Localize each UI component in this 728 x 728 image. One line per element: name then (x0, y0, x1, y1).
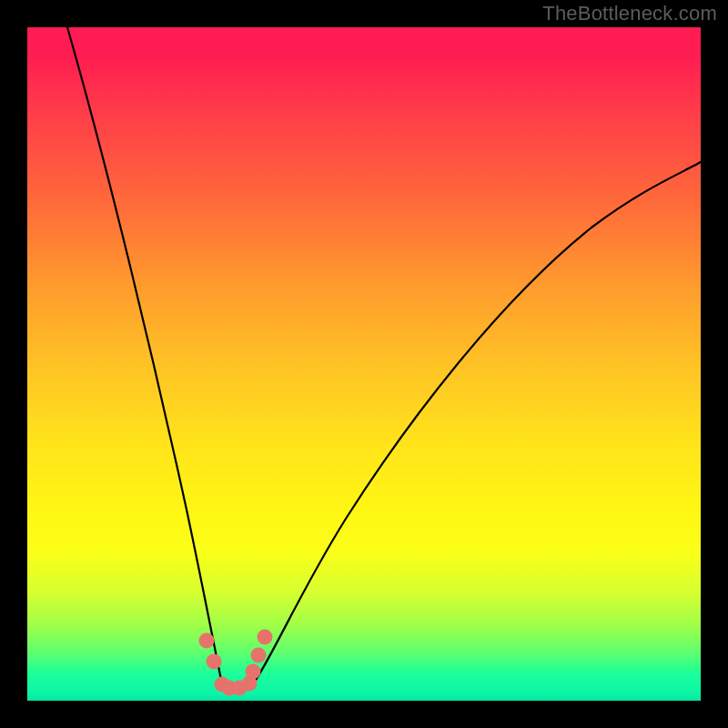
curve-marker (246, 664, 261, 680)
curve-marker (258, 630, 273, 645)
curve-marker (207, 654, 222, 670)
bottleneck-curve (27, 27, 701, 701)
watermark-text: TheBottleneck.com (542, 2, 717, 25)
plot-area (27, 27, 701, 701)
curve-marker (251, 648, 267, 663)
curve-marker (199, 633, 215, 649)
curve-left-branch (67, 27, 222, 684)
curve-right-branch (253, 162, 701, 684)
chart-frame: TheBottleneck.com (0, 0, 728, 728)
